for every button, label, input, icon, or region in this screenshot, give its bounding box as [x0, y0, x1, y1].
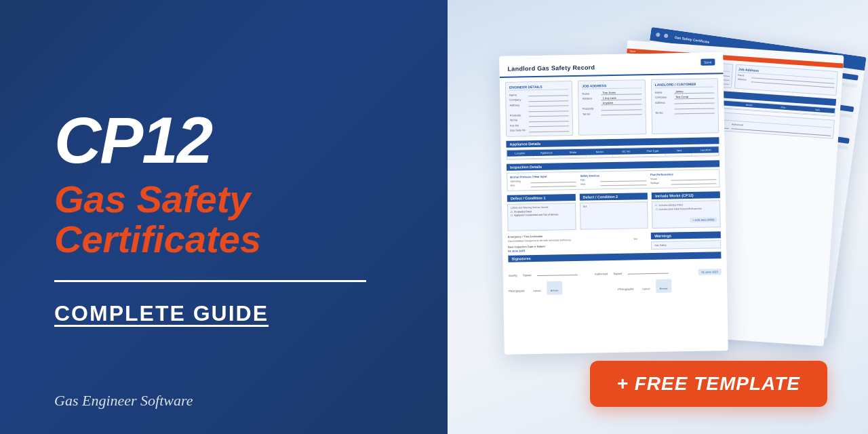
eng-company-row: Company: [509, 97, 568, 102]
engineer-title: Engineer Details: [509, 84, 568, 91]
issuing-sig-col: Issuing Signed: [509, 266, 589, 279]
warnings-col: Warnings Gas Safety: [651, 231, 721, 250]
job-address2-row: Anytown: [583, 100, 642, 106]
doc-card-front: Landlord Gas Safety Record Save Engineer…: [499, 52, 728, 355]
header-dot: [656, 33, 660, 37]
defect-row: Defect / Condition 1 Labels and Warning …: [507, 191, 721, 231]
inspect-col3: Flue Performance Visual Spillage: [650, 172, 717, 186]
cp12-title: CP12: [54, 108, 407, 173]
job-address-group: Job Address Name Tom Jones Address 1 Any…: [578, 79, 646, 136]
header-dot: [664, 33, 669, 38]
defect1-header: Defect / Condition 1: [507, 194, 576, 202]
divider: [54, 280, 366, 282]
include-works-header: Include Works (CP12): [652, 191, 720, 199]
eng-gassafe-row: Gas Safe No: [510, 127, 569, 133]
job-tel-row: Tel No: [583, 111, 642, 116]
warnings-header: Warnings: [651, 231, 721, 239]
doc-save-button[interactable]: Save: [701, 58, 715, 65]
free-template-button[interactable]: + FREE TEMPLATE: [590, 361, 827, 407]
landlord-col: Landlord / Customer Name James Company T…: [650, 78, 719, 134]
photographic2-col: Photographic Upload Browse: [618, 278, 722, 294]
job-postcode-row: Postcode: [583, 106, 642, 111]
gas-safety-title: Gas Safety Certificates: [54, 180, 407, 260]
warnings-body: Gas Safety: [651, 240, 721, 250]
landlord-company-row: Company Test Comp: [655, 94, 714, 100]
job-address-col: Job Address Name Tom Jones Address 1 Any…: [578, 79, 646, 136]
eng-postcode-row: Postcode: [510, 112, 569, 117]
eng-address-row: Address: [509, 102, 568, 107]
defect2-header: Defect / Condition 2: [579, 193, 648, 201]
photographic-col: Photographic Upload Browse: [509, 280, 612, 296]
defect1-col: Defect / Condition 1 Labels and Warning …: [507, 194, 576, 231]
inspection-body: Burner Pressure / Heat Input Operating M…: [507, 169, 719, 191]
inspect-col1: Burner Pressure / Heat Input Operating M…: [510, 174, 576, 189]
job-address-row: Address 1 Any Lane: [583, 96, 642, 101]
document-stack: Gas Safety Certificate CP12 Certificate: [481, 34, 854, 366]
doc-top-row: Engineer Details Name Company: [505, 78, 719, 136]
doc-mid-col2: Job Address Name Address: [734, 64, 838, 96]
photographic-row: Photographic Upload Browse Photographic …: [509, 277, 722, 296]
landlord-title: Landlord / Customer: [655, 81, 714, 88]
job-address-title: Job Address: [582, 83, 641, 90]
defect2-col: Defect / Condition 2 N/A: [579, 193, 648, 230]
job-name-row: Name Tom Jones: [582, 90, 641, 96]
inspect-col2: Safety Devices FSD Vent: [580, 173, 647, 187]
authorised-sig-col: Authorised Signed: [595, 264, 675, 277]
defect1-body: Labels and Warning Notices Issued: ☐ ID …: [507, 203, 576, 231]
landlord-tel-row: Tel No: [655, 109, 714, 115]
guide-label: COMPLETE GUIDE: [54, 301, 407, 326]
doc-front-body: Engineer Details Name Company: [500, 74, 728, 301]
right-panel: Gas Safety Certificate CP12 Certificate: [448, 0, 868, 434]
include-works-body: ☐ Includes label(s) Fitted ☐ Includes la…: [652, 200, 720, 229]
banner: CP12 Gas Safety Certificates COMPLETE GU…: [0, 0, 868, 434]
left-panel: CP12 Gas Safety Certificates COMPLETE GU…: [0, 0, 448, 434]
eng-name-row: Name: [509, 92, 568, 97]
emergency-row: Emergency / First Accessible Gas Install…: [508, 231, 721, 252]
doc-front-title: Landlord Gas Safety Record: [507, 64, 595, 72]
appliance-table: Location Appliance Make Model GC No Flue…: [507, 146, 719, 159]
defect2-body: N/A: [580, 201, 648, 230]
engineer-col: Engineer Details Name Company: [505, 81, 574, 137]
include-works-col: Include Works (CP12) ☐ Includes label(s)…: [652, 191, 721, 229]
emergency-col: Emergency / First Accessible Gas Install…: [508, 233, 648, 253]
inspection-row: Burner Pressure / Heat Input Operating M…: [510, 172, 716, 188]
landlord-group: Landlord / Customer Name James Company T…: [650, 78, 719, 134]
landlord-address-row: Address: [655, 99, 714, 104]
doc-back-title: Gas Safety Certificate: [675, 35, 710, 44]
landlord-name-row: Name James: [655, 89, 714, 94]
eng-address2-row: [510, 107, 569, 113]
landlord-address2-row: [655, 104, 714, 110]
eng-fax-row: Fax No: [510, 122, 569, 127]
date-col: 01 June 2023: [681, 263, 722, 276]
brand-name: Gas Engineer Software: [54, 392, 193, 410]
eng-tel-row: Tel No: [510, 117, 569, 123]
engineer-group: Engineer Details Name Company: [505, 81, 574, 137]
